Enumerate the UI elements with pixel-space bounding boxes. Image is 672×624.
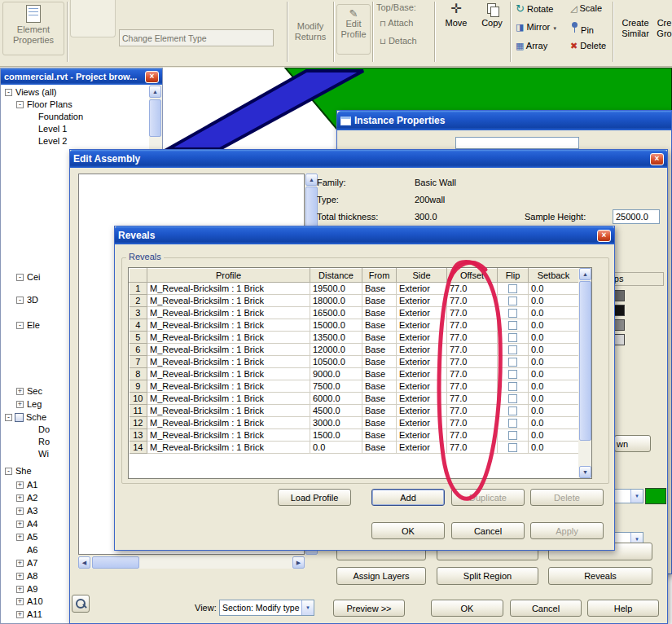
flip-checkbox[interactable]: [508, 382, 517, 391]
mirror-button[interactable]: ◨ Mirror ▼: [516, 22, 557, 32]
from-cell[interactable]: Base: [362, 417, 397, 429]
move-button[interactable]: ✛ Move: [440, 2, 472, 28]
tree-item[interactable]: -Views (all): [1, 87, 162, 99]
column-header-flip[interactable]: Flip: [498, 269, 529, 283]
flip-checkbox[interactable]: [508, 297, 517, 305]
from-cell[interactable]: Base: [362, 356, 397, 368]
reveal-row[interactable]: 8M_Reveal-Bricksilm : 1 Brick9000.0BaseE…: [130, 368, 579, 380]
column-header-side[interactable]: Side: [397, 269, 447, 283]
type-selector-combo[interactable]: [455, 137, 579, 149]
offset-cell[interactable]: 77.0: [447, 344, 498, 356]
flip-checkbox[interactable]: [508, 370, 517, 379]
distance-cell[interactable]: 3000.0: [310, 417, 362, 429]
column-header-profile[interactable]: Profile: [147, 269, 310, 283]
offset-cell[interactable]: 77.0: [447, 295, 498, 307]
flip-checkbox[interactable]: [508, 345, 517, 354]
scrollbar-thumb[interactable]: [149, 99, 161, 137]
side-cell[interactable]: Exterior: [397, 442, 447, 454]
delete-button[interactable]: ✖ Delete: [570, 41, 606, 51]
column-header-distance[interactable]: Distance: [310, 269, 362, 283]
profile-cell[interactable]: M_Reveal-Bricksilm : 1 Brick: [147, 344, 310, 356]
side-cell[interactable]: Exterior: [397, 295, 447, 307]
offset-cell[interactable]: 77.0: [447, 429, 498, 442]
scrollbar-thumb[interactable]: [92, 556, 139, 569]
reveal-row[interactable]: 3M_Reveal-Bricksilm : 1 Brick16500.0Base…: [130, 307, 579, 319]
offset-cell[interactable]: 77.0: [447, 368, 498, 380]
distance-cell[interactable]: 7500.0: [310, 380, 362, 393]
profile-cell[interactable]: M_Reveal-Bricksilm : 1 Brick: [147, 295, 310, 307]
view-combo[interactable]: Section: Modify type ▼: [219, 600, 314, 616]
from-cell[interactable]: Base: [362, 380, 397, 393]
ok-button[interactable]: OK: [431, 600, 503, 617]
setback-cell[interactable]: 0.0: [529, 295, 579, 307]
expand-icon[interactable]: +: [16, 494, 24, 502]
flip-checkbox[interactable]: [508, 309, 517, 318]
mirror-dropdown-icon[interactable]: ▼: [552, 26, 557, 31]
sample-height-input[interactable]: [613, 209, 660, 224]
side-cell[interactable]: Exterior: [397, 283, 447, 295]
edit-profile-button[interactable]: ✎ EditProfile: [336, 4, 371, 55]
reveal-row[interactable]: 4M_Reveal-Bricksilm : 1 Brick15000.0Base…: [130, 319, 579, 332]
reveal-row[interactable]: 13M_Reveal-Bricksilm : 1 Brick1500.0Base…: [130, 429, 579, 442]
zoom-preview-button[interactable]: [72, 595, 90, 613]
attach-button[interactable]: ⊓ Attach: [380, 18, 413, 28]
setback-cell[interactable]: 0.0: [529, 307, 579, 319]
distance-cell[interactable]: 16500.0: [310, 307, 362, 319]
expand-icon[interactable]: +: [16, 508, 24, 515]
cancel-button[interactable]: Cancel: [451, 522, 525, 539]
expand-icon[interactable]: +: [16, 481, 24, 489]
from-cell[interactable]: Base: [362, 344, 397, 356]
side-cell[interactable]: Exterior: [397, 344, 447, 356]
setback-cell[interactable]: 0.0: [529, 319, 579, 332]
cancel-button[interactable]: Cancel: [510, 600, 582, 617]
reveal-row[interactable]: 10M_Reveal-Bricksilm : 1 Brick6000.0Base…: [130, 393, 579, 405]
setback-cell[interactable]: 0.0: [529, 332, 579, 344]
expand-icon[interactable]: +: [16, 560, 24, 567]
scroll-left-icon[interactable]: ◀: [78, 556, 90, 569]
from-cell[interactable]: Base: [362, 319, 397, 332]
element-properties-button[interactable]: Element Properties: [2, 2, 64, 55]
offset-cell[interactable]: 77.0: [447, 417, 498, 429]
scale-button[interactable]: ◿ Scale: [570, 3, 602, 13]
expand-icon[interactable]: +: [16, 401, 24, 408]
help-button[interactable]: Help: [587, 600, 659, 617]
profile-cell[interactable]: M_Reveal-Bricksilm : 1 Brick: [147, 405, 310, 417]
collapse-icon[interactable]: -: [16, 322, 24, 329]
column-header-from[interactable]: From: [362, 269, 397, 283]
side-cell[interactable]: Exterior: [397, 356, 447, 368]
side-cell[interactable]: Exterior: [397, 380, 447, 393]
side-cell[interactable]: Exterior: [397, 417, 447, 429]
setback-cell[interactable]: 0.0: [529, 356, 579, 368]
collapse-icon[interactable]: -: [16, 297, 24, 304]
reveal-row[interactable]: 5M_Reveal-Bricksilm : 1 Brick13500.0Base…: [130, 332, 579, 344]
setback-cell[interactable]: 0.0: [529, 344, 579, 356]
distance-cell[interactable]: 10500.0: [310, 356, 362, 368]
material-combo[interactable]: ▼: [614, 489, 643, 503]
load-profile-button[interactable]: Load Profile: [278, 489, 351, 506]
tree-item[interactable]: Foundation: [1, 112, 162, 123]
from-cell[interactable]: Base: [362, 429, 397, 442]
from-cell[interactable]: Base: [362, 442, 397, 454]
flip-checkbox[interactable]: [508, 443, 517, 452]
assign-layers-button[interactable]: Assign Layers: [336, 567, 426, 585]
setback-cell[interactable]: 0.0: [529, 429, 579, 442]
flip-checkbox[interactable]: [508, 321, 517, 330]
close-icon[interactable]: ×: [650, 153, 664, 165]
scroll-up-icon[interactable]: ▲: [579, 268, 591, 280]
instance-properties-titlebar[interactable]: Instance Properties: [337, 111, 671, 130]
distance-cell[interactable]: 1500.0: [310, 429, 362, 442]
preview-hscrollbar[interactable]: ◀ ▶: [78, 556, 305, 569]
profile-cell[interactable]: M_Reveal-Bricksilm : 1 Brick: [147, 356, 310, 368]
from-cell[interactable]: Base: [362, 307, 397, 319]
distance-cell[interactable]: 12000.0: [310, 344, 362, 356]
offset-cell[interactable]: 77.0: [447, 332, 498, 344]
profile-cell[interactable]: M_Reveal-Bricksilm : 1 Brick: [147, 393, 310, 405]
setback-cell[interactable]: 0.0: [529, 283, 579, 295]
collapse-icon[interactable]: -: [5, 468, 12, 475]
offset-cell[interactable]: 77.0: [447, 356, 498, 368]
reveal-row[interactable]: 9M_Reveal-Bricksilm : 1 Brick7500.0BaseE…: [130, 380, 579, 393]
distance-cell[interactable]: 15000.0: [310, 319, 362, 332]
from-cell[interactable]: Base: [362, 332, 397, 344]
edit-assembly-titlebar[interactable]: Edit Assembly ×: [70, 150, 667, 168]
scroll-down-icon[interactable]: ▼: [579, 466, 591, 478]
